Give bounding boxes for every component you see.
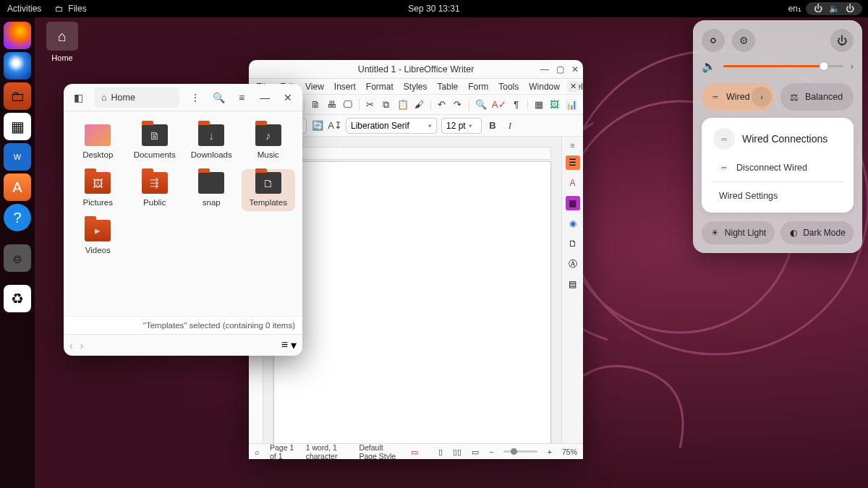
menu-view[interactable]: View [305,82,324,92]
folder-pictures[interactable]: 🖼Pictures [71,169,125,211]
night-light-toggle[interactable]: ☀ Night Light [702,221,775,244]
wired-toggle[interactable]: ⎓ Wired › [702,83,775,111]
print-preview-icon[interactable]: 🖵 [342,98,352,111]
disconnect-wired[interactable]: ⎓ Disconnect Wired [702,157,854,179]
dock-rhythmbox[interactable]: ▦ [4,113,31,140]
document-page[interactable] [273,161,551,443]
maximize-button[interactable]: ▢ [556,64,564,74]
screenshot-button[interactable]: ⭘ [702,29,725,52]
power-mode-toggle[interactable]: ⚖ Balanced [780,83,854,111]
cut-icon[interactable]: ✂ [365,98,375,111]
menu-form[interactable]: Form [468,82,488,92]
status-words[interactable]: 1 word, 1 character [306,443,349,460]
status-lang[interactable]: ▭ [411,448,418,456]
folder-templates[interactable]: 🗋Templates [242,169,296,211]
sidebar-toggle[interactable]: ◧ [68,87,88,108]
sidebar-gallery[interactable]: ▦ [566,196,580,210]
insert-chart-icon[interactable]: 📊 [566,98,577,111]
path-menu[interactable]: ⋮ [185,87,205,108]
menu-window[interactable]: Window [529,82,560,92]
status-page[interactable]: Page 1 of 1 [270,443,296,460]
nav-forward[interactable]: › [80,340,84,351]
sidebar-styles[interactable]: A [566,176,580,190]
desktop-home-icon[interactable]: ⌂ Home [46,22,78,62]
dock-software[interactable]: A [4,174,31,201]
system-tray[interactable]: ⏻ 🔈 ⏻ [806,2,862,15]
menu-insert[interactable]: Insert [334,82,356,92]
wired-expand[interactable]: › [752,87,772,107]
dock-disk[interactable]: ⌾ [4,244,31,272]
view-list-toggle[interactable]: ≡ [281,338,288,352]
zoom-out[interactable]: − [489,448,493,456]
menu-format[interactable]: Format [366,82,393,92]
app-menu-files[interactable]: 🗀Files [54,4,86,14]
zoom-in[interactable]: + [548,448,552,456]
volume-expand-icon[interactable]: › [851,61,854,72]
sidebar-properties[interactable]: ☰ [566,155,580,170]
folder-downloads[interactable]: ↓Downloads [184,121,239,163]
undo-icon[interactable]: ↶ [437,98,447,111]
new-style-icon[interactable]: A↧ [328,119,341,132]
view-book-icon[interactable]: ▭ [472,448,479,456]
dock-thunderbird[interactable] [4,52,31,80]
redo-icon[interactable]: ↷ [453,98,463,111]
power-button[interactable]: ⏻ [830,29,854,52]
input-source[interactable]: en₁ [788,4,801,14]
writer-titlebar[interactable]: Untitled 1 - LibreOffice Writer — ▢ ✕ [249,60,583,79]
sidebar-page[interactable]: 🗋 [566,236,580,251]
folder-documents[interactable]: 🗎Documents [128,121,182,163]
search-button[interactable]: 🔍 [208,87,229,108]
folder-desktop[interactable]: Desktop [71,121,125,163]
find-toolbar-icon[interactable]: ⌕ [255,448,260,456]
files-minimize[interactable]: — [255,87,275,108]
volume-slider[interactable] [723,65,843,67]
sidebar-inspect[interactable]: Ⓐ [566,257,580,271]
find-icon[interactable]: 🔍 [475,98,487,111]
clock[interactable]: Sep 30 13:31 [408,4,459,14]
font-size-combo[interactable]: 12 pt▾ [441,118,482,134]
view-single-icon[interactable]: ▯ [438,448,443,456]
dock-firefox[interactable] [4,22,31,49]
close-button[interactable]: ✕ [571,64,579,74]
wired-settings[interactable]: Wired Settings [702,185,854,207]
copy-icon[interactable]: ⧉ [381,98,391,111]
dark-mode-toggle[interactable]: ◐ Dark Mode [780,221,854,244]
insert-image-icon[interactable]: 🖼 [550,98,560,111]
folder-public[interactable]: ⇶Public [128,169,182,211]
insert-table-icon[interactable]: ▦ [534,98,544,111]
zoom-slider[interactable] [503,450,537,453]
activities-button[interactable]: Activities [7,4,41,14]
clone-fmt-icon[interactable]: 🖌 [414,98,425,111]
folder-music[interactable]: ♪Music [242,121,296,163]
status-style[interactable]: Default Page Style [359,443,401,460]
sidebar-manage[interactable]: ▤ [566,277,580,291]
sidebar-toggle-icon[interactable]: ≡ [570,141,574,150]
font-name-combo[interactable]: Liberation Serif▾ [346,118,437,134]
files-view[interactable]: Desktop🗎Documents↓Downloads♪Music🖼Pictur… [64,111,302,316]
menu-tools[interactable]: Tools [498,82,519,92]
italic-button[interactable]: I [503,119,516,132]
sidebar-navigator[interactable]: ◉ [566,216,580,231]
print-icon[interactable]: 🖶 [326,98,336,111]
update-style-icon[interactable]: 🔄 [311,119,324,132]
menu-styles[interactable]: Styles [404,82,427,92]
paste-icon[interactable]: 📋 [397,98,409,111]
menu-table[interactable]: Table [438,82,459,92]
settings-button[interactable]: ⚙ [732,29,755,52]
spellcheck-icon[interactable]: A✓ [493,98,506,111]
dock-help[interactable]: ? [4,204,31,231]
folder-videos[interactable]: ▸Videos [71,217,125,259]
view-multi-icon[interactable]: ▯▯ [453,448,461,456]
dock-trash[interactable]: ♻ [4,285,31,312]
close-doc-button[interactable]: ✕ [567,81,579,93]
nonprinting-icon[interactable]: ¶ [511,98,522,111]
view-options[interactable]: ▾ [291,338,297,352]
folder-snap[interactable]: snap [184,169,239,211]
nav-back[interactable]: ‹ [69,340,73,351]
dock-writer[interactable]: W [4,143,31,171]
export-pdf-icon[interactable]: 🗎 [310,98,320,111]
minimize-button[interactable]: — [540,64,549,74]
files-close[interactable]: ✕ [278,87,298,108]
files-hamburger[interactable]: ≡ [231,87,252,108]
zoom-value[interactable]: 75% [562,448,577,456]
